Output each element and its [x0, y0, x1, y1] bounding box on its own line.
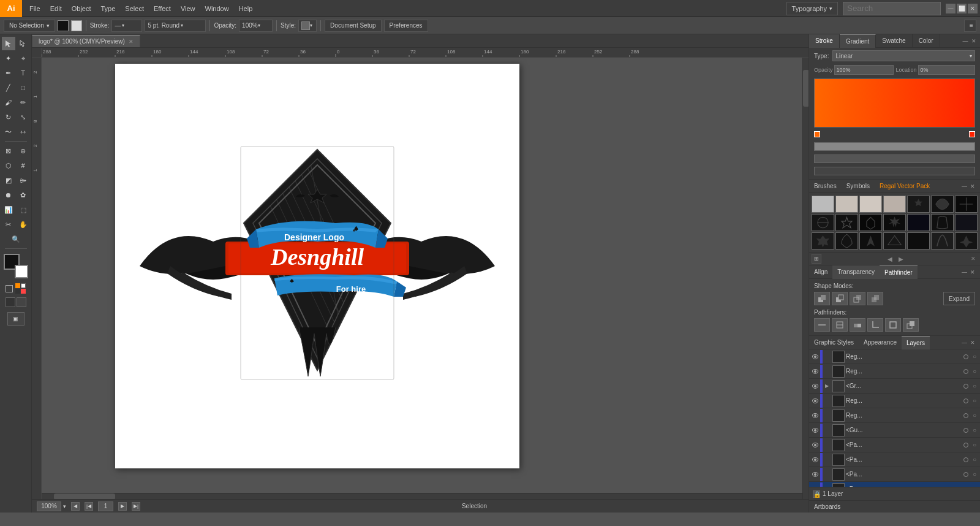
layer-lock-all-btn[interactable]: 🔒 [813, 490, 820, 498]
pathfinder-minimize[interactable]: — [962, 269, 969, 275]
draw-normal-btn[interactable] [6, 297, 15, 307]
layer-target-btn[interactable] [962, 482, 970, 487]
tab-vector-pack[interactable]: Regal Vector Pack [875, 180, 962, 193]
stroke-weight-dropdown[interactable]: — ▾ [111, 20, 142, 32]
red-color-swatch[interactable] [21, 289, 26, 294]
stroke-box[interactable] [15, 265, 28, 278]
vector-swatch[interactable] [955, 232, 978, 250]
layer-lock-btn[interactable]: ○ [970, 452, 979, 467]
rotate-tool[interactable]: ↻ [2, 110, 15, 124]
zoom-input[interactable] [37, 501, 61, 511]
pen-tool[interactable]: ✒ [2, 66, 15, 80]
layer-target-btn[interactable] [962, 349, 970, 364]
layer-visibility-toggle[interactable] [810, 408, 820, 423]
document-setup-button[interactable]: Document Setup [325, 20, 382, 32]
trim-btn[interactable] [832, 318, 848, 332]
document-tab[interactable]: logo* @ 100% (CMYK/Preview) ✕ [32, 35, 140, 47]
perspective-tool[interactable]: ⬡ [2, 159, 15, 172]
mesh-tool[interactable]: # [17, 159, 30, 172]
brushes-nav-left[interactable]: ⊞ [812, 254, 821, 264]
layers-minimize[interactable]: — [962, 340, 969, 346]
tab-appearance[interactable]: Appearance [859, 336, 902, 349]
layer-row[interactable]: <Pa... ○ [809, 467, 980, 482]
gradient-slider-mid[interactable] [814, 154, 975, 163]
rect-tool[interactable]: □ [17, 81, 30, 94]
zoom-dropdown-arrow[interactable]: ▾ [63, 503, 66, 509]
layer-target-btn[interactable] [962, 379, 970, 394]
tab-gradient[interactable]: Gradient [840, 34, 876, 48]
layer-row[interactable]: <Gu... ○ [809, 423, 980, 438]
layer-row[interactable]: <Pa... ○ [809, 452, 980, 467]
vector-swatch[interactable] [835, 232, 858, 250]
gradient-stop-left[interactable] [814, 131, 820, 137]
unite-btn[interactable] [814, 292, 830, 305]
tab-symbols[interactable]: Symbols [842, 180, 875, 193]
vector-swatch[interactable] [907, 232, 930, 250]
outline-btn[interactable] [885, 318, 901, 332]
horizontal-scrollbar[interactable] [42, 493, 802, 499]
vector-swatch[interactable] [931, 232, 954, 250]
hand-tool[interactable]: ✋ [17, 218, 30, 231]
blend-tool[interactable]: ⏺ [2, 188, 15, 202]
eyedropper-tool[interactable]: ⌲ [17, 173, 30, 187]
minus-back-btn[interactable] [903, 318, 919, 332]
vector-swatch[interactable] [931, 196, 954, 213]
vector-swatch[interactable] [835, 196, 858, 213]
vector-swatch[interactable] [859, 196, 882, 213]
layer-row-selected[interactable]: <Pa... ○ [809, 482, 980, 487]
brushes-panel-minimize[interactable]: — [962, 183, 969, 189]
minimize-button[interactable]: — [946, 4, 956, 13]
vector-swatch[interactable] [907, 196, 930, 213]
layer-target-btn[interactable] [962, 438, 970, 452]
column-graph-tool[interactable]: 📊 [2, 203, 15, 216]
panel-close-icon[interactable]: ✕ [970, 37, 978, 45]
tab-stroke[interactable]: Stroke [809, 34, 840, 48]
opacity-dropdown[interactable]: 100% ▾ [239, 20, 273, 32]
menu-file[interactable]: File [24, 0, 45, 17]
menu-window[interactable]: Window [200, 0, 234, 17]
vector-swatch[interactable] [812, 232, 834, 250]
tab-brushes[interactable]: Brushes [809, 180, 842, 193]
menu-help[interactable]: Help [234, 0, 258, 17]
layer-expand-btn[interactable] [823, 467, 831, 482]
artboard-tool[interactable]: ⬚ [17, 203, 30, 216]
layer-visibility-toggle[interactable] [810, 364, 820, 379]
shape-builder-tool[interactable]: ⊕ [17, 144, 30, 158]
gradient-slider-r[interactable] [814, 142, 975, 151]
layer-target-btn[interactable] [962, 364, 970, 379]
layer-visibility-toggle[interactable] [810, 452, 820, 467]
slice-tool[interactable]: ✂ [2, 218, 15, 231]
brushes-panel-close[interactable]: ✕ [970, 183, 978, 189]
gradient-slider-b[interactable] [814, 167, 975, 175]
tab-swatches[interactable]: Swatche [876, 34, 912, 48]
type-tool[interactable]: T [17, 66, 30, 80]
prev-artboard-btn[interactable]: ◀ [71, 502, 80, 511]
close-button[interactable]: ✕ [968, 4, 978, 13]
layer-target-btn[interactable] [962, 394, 970, 408]
menu-object[interactable]: Object [67, 0, 96, 17]
layer-expand-btn[interactable] [823, 408, 831, 423]
exclude-btn[interactable] [867, 292, 883, 305]
menu-select[interactable]: Select [120, 0, 149, 17]
layer-target-btn[interactable] [962, 423, 970, 438]
warp-tool[interactable]: 〜 [2, 125, 15, 139]
layer-visibility-toggle[interactable] [810, 349, 820, 364]
layer-lock-btn[interactable]: ○ [970, 467, 979, 482]
minus-front-btn[interactable] [832, 292, 848, 305]
stroke-style-dropdown[interactable]: 5 pt. Round ▾ [145, 20, 206, 32]
paintbrush-tool[interactable]: 🖌 [2, 96, 15, 109]
layer-lock-btn[interactable]: ○ [970, 364, 979, 379]
layer-target-btn[interactable] [962, 408, 970, 423]
free-transform-tool[interactable]: ⊠ [2, 144, 15, 158]
last-artboard-btn[interactable]: ▶| [132, 502, 140, 511]
layer-row[interactable]: Reg... ○ [809, 394, 980, 408]
change-screen-mode-btn[interactable]: ▣ [7, 312, 24, 326]
layer-visibility-toggle[interactable] [810, 467, 820, 482]
panel-minimize-icon[interactable]: — [962, 37, 969, 45]
layer-lock-btn[interactable]: ○ [970, 408, 979, 423]
tab-pathfinder[interactable]: Pathfinder [880, 265, 918, 279]
layer-expand-btn[interactable] [823, 423, 831, 438]
orange-color-swatch[interactable] [15, 283, 20, 288]
layer-lock-btn[interactable]: ○ [970, 482, 979, 487]
fill-color-box[interactable] [58, 20, 69, 31]
